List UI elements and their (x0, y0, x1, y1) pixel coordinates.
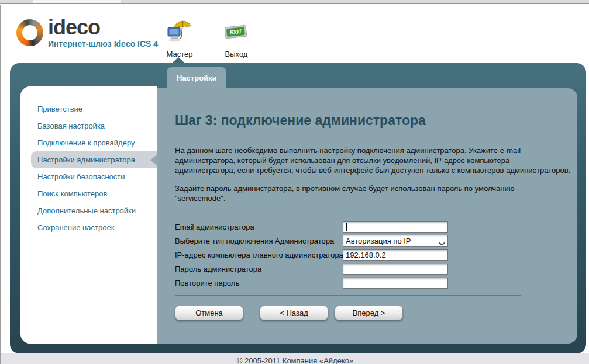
admin-ip-input-wrap (343, 249, 448, 261)
sidebar-item[interactable]: Настройки безопасности (20, 168, 157, 185)
nav-item-master[interactable]: Мастер (162, 18, 197, 58)
sidebar-item[interactable]: Настройки администратора (31, 151, 157, 168)
form-row: Пароль администратора (175, 262, 560, 276)
page-footer: © 2005-2011 Компания «Айдеко» (1, 353, 589, 364)
admin-email-input[interactable] (343, 221, 448, 233)
admin-email-input-wrap (343, 221, 448, 233)
repeat-password-input[interactable] (343, 278, 448, 289)
sidebar-item[interactable]: Сохранение настроек (20, 219, 157, 236)
title-divider (175, 136, 560, 136)
nav-exit-label: Выход (219, 50, 254, 58)
form-row: Выберите тип подключения АдминистратораА… (175, 234, 560, 248)
logo-wordmark: ideco (48, 17, 158, 38)
sidebar-item[interactable]: Приветствие (20, 100, 157, 117)
browser-tab-edge (0, 0, 33, 3)
back-button[interactable]: < Назад (260, 306, 328, 320)
chevron-down-icon (439, 239, 445, 248)
connection-type-select[interactable]: Авторизация по IP (343, 235, 448, 247)
connection-type-select-label: Выберите тип подключения Администратора (175, 237, 343, 245)
cancel-button[interactable]: Отмена (175, 306, 243, 320)
wizard-buttons: Отмена< НазадВперед > (175, 306, 560, 320)
admin-email-input-label: Email администратора (175, 223, 343, 231)
form-row: IP-адрес компьютера главного администрат… (175, 248, 560, 262)
copyright-text: © 2005-2011 Компания «Айдеко» (237, 356, 353, 364)
nav-item-exit[interactable]: EXIT Выход (219, 18, 254, 58)
repeat-password-input-wrap (343, 278, 448, 289)
browser-active-tab-edge (33, 0, 121, 3)
wizard-steps-sidebar: ПриветствиеБазовая настройкаПодключение … (20, 86, 157, 344)
admin-ip-input[interactable] (343, 249, 448, 261)
forward-button[interactable]: Вперед > (335, 306, 403, 320)
panel-pointer-arrow (172, 57, 185, 63)
password-note-paragraph: Задайте пароль администратора, в противн… (175, 183, 571, 203)
tab-settings-label: Настройки (177, 74, 217, 82)
browser-tabstrip (121, 0, 589, 3)
browser-chrome-strip (0, 0, 589, 4)
tab-settings[interactable]: Настройки (167, 67, 226, 89)
admin-ip-input-label: IP-адрес компьютера главного администрат… (175, 251, 343, 259)
ideco-logo: ideco Интернет-шлюз Ideco ICS 4 (16, 17, 158, 48)
form-divider (175, 295, 521, 296)
connection-type-select-value: Авторизация по IP (346, 237, 411, 245)
wizard-content: Шаг 3: подключение администратора На дан… (157, 88, 577, 344)
ideco-swirl-logo-icon (13, 16, 46, 49)
repeat-password-input-label: Повторите пароль (175, 279, 343, 287)
computer-umbrella-icon (162, 18, 197, 46)
svg-text:EXIT: EXIT (229, 28, 243, 36)
form-row: Email администратора (175, 220, 560, 234)
admin-password-input-wrap (343, 264, 448, 275)
exit-sign-icon: EXIT (219, 18, 254, 46)
admin-settings-form: Email администратораВыберите тип подключ… (175, 220, 560, 290)
form-row: Повторите пароль (175, 276, 560, 290)
sidebar-item[interactable]: Базовая настройка (20, 117, 157, 134)
description-paragraph: На данном шаге необходимо выполнить наст… (175, 145, 571, 175)
page-title: Шаг 3: подключение администратора (175, 113, 560, 129)
admin-password-input-label: Пароль администратора (175, 265, 343, 273)
admin-password-input[interactable] (343, 264, 448, 275)
sidebar-item[interactable]: Подключение к провайдеру (20, 134, 157, 151)
app-header: ideco Интернет-шлюз Ideco ICS 4 Мастер E… (1, 5, 589, 63)
logo-subtitle: Интернет-шлюз Ideco ICS 4 (48, 39, 158, 48)
wizard-panel: Настройки ПриветствиеБазовая настройкаПо… (10, 63, 586, 353)
text-caret (346, 223, 347, 231)
sidebar-item[interactable]: Дополнительные настройки (20, 202, 157, 219)
sidebar-item[interactable]: Поиск компьютеров (20, 185, 157, 202)
